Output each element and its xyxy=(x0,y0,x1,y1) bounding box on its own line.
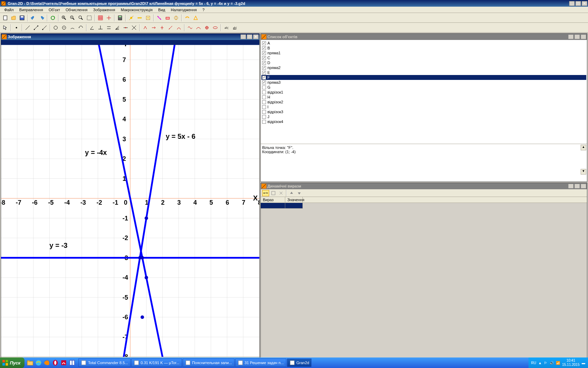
objects-maximize-button[interactable]: □ xyxy=(574,34,580,39)
object-list-item[interactable]: ✓E xyxy=(261,70,586,75)
object-checkbox[interactable]: ✓ xyxy=(262,66,266,70)
ql-explorer-icon[interactable] xyxy=(26,359,34,367)
object-checkbox[interactable] xyxy=(262,105,266,109)
object-list-item[interactable]: G xyxy=(261,85,586,90)
object-checkbox[interactable]: ✓ xyxy=(262,41,266,45)
taskbar-item[interactable]: 31 Решение задач п... xyxy=(235,359,286,367)
tool-e-icon[interactable] xyxy=(164,14,172,22)
dynamic-close-button[interactable]: ✕ xyxy=(581,184,586,189)
curve2-tool-icon[interactable] xyxy=(195,24,202,32)
transform5-tool-icon[interactable] xyxy=(175,24,183,32)
object-checkbox[interactable] xyxy=(262,86,266,89)
menu-item[interactable]: Вид xyxy=(155,7,168,13)
object-checkbox[interactable]: ✓ xyxy=(262,51,266,55)
segment-tool-icon[interactable] xyxy=(32,24,40,32)
taskbar-item[interactable]: Пояснительная запи... xyxy=(183,359,234,367)
ql-tc-icon[interactable] xyxy=(68,359,76,367)
object-checkbox[interactable]: ✓ xyxy=(262,46,266,50)
maximize-button[interactable]: □ xyxy=(575,1,581,6)
text-tool-icon[interactable]: ab| xyxy=(223,24,230,32)
tray-network-icon[interactable]: 📶 xyxy=(556,361,560,365)
tray-flag-icon[interactable]: 🏳 xyxy=(544,361,547,365)
graph-close-button[interactable]: ✕ xyxy=(253,34,259,39)
line-tool-icon[interactable] xyxy=(24,24,31,32)
dynamic-table[interactable]: Вираз Значення xyxy=(261,197,587,209)
object-list-item[interactable]: ✓A xyxy=(261,41,586,46)
ql-app-icon[interactable] xyxy=(59,359,68,367)
object-list-item[interactable]: відрізок3 xyxy=(261,109,586,114)
objects-minimize-button[interactable]: _ xyxy=(568,34,574,39)
object-checkbox[interactable] xyxy=(262,120,266,124)
dyn-cell-value[interactable] xyxy=(285,203,303,209)
menu-item[interactable]: Макроконструкція xyxy=(118,7,155,13)
tool-d-icon[interactable] xyxy=(155,14,163,22)
menu-item[interactable]: ? xyxy=(200,7,207,13)
dynamic-minimize-button[interactable]: _ xyxy=(568,184,574,189)
info-scroll-down[interactable]: ▼ xyxy=(581,169,586,175)
taskbar-item[interactable]: Total Commander 8.5... xyxy=(78,359,130,367)
menu-item[interactable]: Налагодження xyxy=(168,7,200,13)
dyn-cell-expr[interactable] xyxy=(261,203,285,209)
menu-item[interactable]: Обчислення xyxy=(63,7,91,13)
arc2-tool-icon[interactable] xyxy=(77,24,85,32)
object-list-item[interactable]: ✓пряма2 xyxy=(261,65,586,70)
curve1-tool-icon[interactable] xyxy=(186,24,194,32)
dyn-delete-icon[interactable] xyxy=(278,190,285,196)
ql-opera-icon[interactable] xyxy=(51,359,59,367)
dynamic-maximize-button[interactable]: □ xyxy=(574,184,580,189)
tool-h-icon[interactable] xyxy=(192,14,200,22)
angle-tool-icon[interactable] xyxy=(88,24,96,32)
graph-canvas[interactable]: -8-7-6-5-4-3-2-112345678-8-7-6-5-4-3-2-1… xyxy=(1,40,259,357)
menu-item[interactable]: Зображення xyxy=(90,7,118,13)
dyn-up-icon[interactable] xyxy=(288,190,295,196)
transform4-tool-icon[interactable] xyxy=(167,24,174,32)
axes-icon[interactable] xyxy=(105,14,113,22)
close-button[interactable]: ✕ xyxy=(582,1,587,6)
tool-a-icon[interactable] xyxy=(127,14,135,22)
calculator-icon[interactable] xyxy=(116,14,124,22)
ray-tool-icon[interactable] xyxy=(41,24,48,32)
object-checkbox[interactable] xyxy=(262,100,266,104)
tool-g-icon[interactable] xyxy=(183,14,191,22)
pointer-tool-icon[interactable] xyxy=(1,24,9,32)
object-list[interactable]: ✓A✓B✓пряма1✓C✓D✓пряма2✓E✓F✓пряма3Gвідріз… xyxy=(261,40,587,144)
perpendicular-tool-icon[interactable] xyxy=(97,24,104,32)
grid-icon[interactable] xyxy=(97,14,104,22)
object-list-item[interactable]: ✓C xyxy=(261,55,586,60)
save-file-icon[interactable] xyxy=(18,14,26,22)
midpoint-tool-icon[interactable] xyxy=(122,24,130,32)
object-checkbox[interactable]: ✓ xyxy=(262,56,266,60)
curve4-tool-icon[interactable] xyxy=(211,24,219,32)
curve3-tool-icon[interactable] xyxy=(203,24,211,32)
graph-minimize-button[interactable]: _ xyxy=(240,34,246,39)
dyn-col-expr[interactable]: Вираз xyxy=(261,197,285,203)
point-tool-icon[interactable] xyxy=(13,24,20,32)
object-checkbox[interactable] xyxy=(262,115,266,119)
start-button[interactable]: Пуск xyxy=(0,357,24,368)
object-list-item[interactable]: J xyxy=(261,114,586,119)
object-list-item[interactable]: ✓B xyxy=(261,46,586,50)
object-list-item[interactable]: I xyxy=(261,104,586,109)
menu-item[interactable]: Об'єкт xyxy=(46,7,63,13)
tool-f-icon[interactable] xyxy=(172,14,180,22)
object-list-item[interactable]: ✓пряма3 xyxy=(261,80,586,85)
tray-lang[interactable]: RU xyxy=(531,361,536,365)
transform1-tool-icon[interactable] xyxy=(141,24,149,32)
zoom-in-icon[interactable] xyxy=(60,14,68,22)
zoom-fit-icon[interactable] xyxy=(77,14,85,22)
info-scroll-up[interactable]: ▲ xyxy=(581,145,586,150)
object-list-item[interactable]: ✓F xyxy=(261,75,586,80)
tool-b-icon[interactable] xyxy=(136,14,144,22)
tray-show-desktop[interactable]: ▬ xyxy=(582,361,585,365)
tool-c-icon[interactable] xyxy=(144,14,152,22)
ql-firefox-icon[interactable] xyxy=(43,359,51,367)
open-file-icon[interactable] xyxy=(10,14,18,22)
transform2-tool-icon[interactable] xyxy=(150,24,158,32)
intersect-tool-icon[interactable] xyxy=(130,24,138,32)
taskbar-item[interactable]: 0.31 K/191 K — µTor... xyxy=(131,359,182,367)
graph-maximize-button[interactable]: □ xyxy=(247,34,252,39)
object-list-item[interactable]: відрізок2 xyxy=(261,100,586,104)
object-list-item[interactable]: відрізок1 xyxy=(261,90,586,95)
object-checkbox[interactable]: ✓ xyxy=(262,81,266,84)
objects-close-button[interactable]: ✕ xyxy=(581,34,586,39)
